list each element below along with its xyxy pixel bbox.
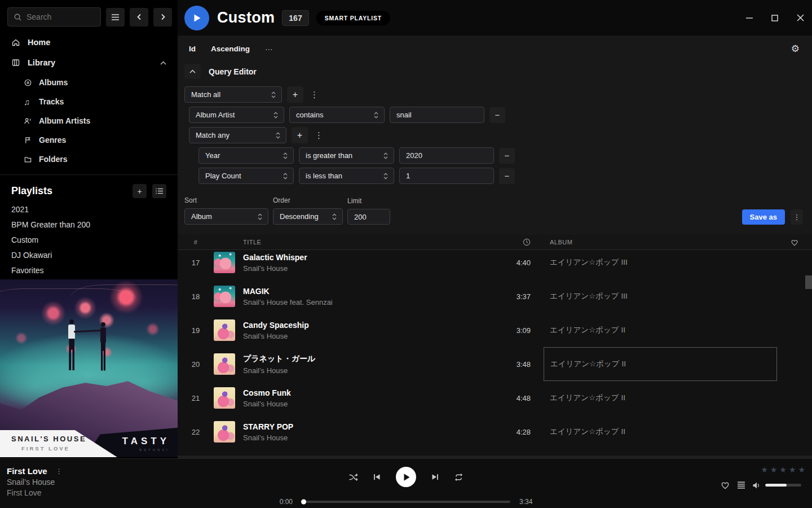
rule-field-select[interactable]: Play Count [198, 168, 294, 184]
column-header-duration[interactable] [491, 238, 531, 246]
volume-icon[interactable] [752, 481, 761, 489]
rating-stars[interactable]: ★ ★ ★ ★ ★ [721, 466, 805, 474]
track-title[interactable]: Cosmo Funk [243, 388, 491, 397]
track-album[interactable]: エイリアン☆ポップ II [544, 313, 777, 347]
rule-field-select[interactable]: Album Artist [189, 107, 284, 123]
track-title[interactable]: Galactic Whisper [243, 253, 491, 262]
match-type-select[interactable]: Match all [184, 86, 282, 103]
rule-value-input[interactable] [390, 107, 484, 123]
remove-rule-button[interactable]: − [489, 107, 505, 123]
now-playing-options-button[interactable]: ⋮ [56, 467, 63, 475]
save-options-button[interactable]: ⋮ [791, 209, 803, 225]
star-icon[interactable]: ★ [761, 466, 768, 474]
rule-operator-select[interactable]: is less than [299, 168, 394, 184]
table-row[interactable]: 21 Cosmo Funk Snail’s House 4:48 エイリアン☆ポ… [178, 381, 812, 415]
favorite-button[interactable] [721, 481, 730, 489]
star-icon[interactable]: ★ [789, 466, 796, 474]
back-button[interactable] [130, 8, 148, 27]
add-rule-button[interactable]: + [287, 86, 303, 103]
save-as-button[interactable]: Save as [742, 209, 785, 225]
track-artist[interactable]: Snail’s House [243, 433, 491, 442]
track-title[interactable]: Candy Spaceship [243, 321, 491, 330]
track-album[interactable]: エイリアン☆ポップ III [544, 279, 777, 313]
queue-icon[interactable] [737, 481, 745, 489]
track-artist[interactable]: Snail’s House [243, 332, 491, 340]
sort-field-button[interactable]: Id [189, 45, 196, 53]
rule-field-select[interactable]: Year [198, 147, 294, 164]
table-row[interactable]: 18 MAGIK Snail’s House feat. Sennzai 3:3… [178, 279, 812, 313]
match-type-select[interactable]: Match any [189, 127, 286, 143]
now-playing-title[interactable]: First Love [7, 466, 47, 476]
track-album[interactable]: エイリアン☆ポップ II [544, 381, 777, 415]
table-row[interactable]: 17 Galactic Whisper Snail’s House 4:40 エ… [178, 250, 812, 279]
star-icon[interactable]: ★ [779, 466, 787, 474]
table-row[interactable]: 22 STARRY POP Snail’s House 4:28 エイリアン☆ポ… [178, 415, 812, 449]
track-album[interactable]: エイリアン☆ポップ III [544, 250, 777, 279]
sidebar-item-genres[interactable]: Genres [0, 130, 178, 150]
remove-rule-button[interactable]: − [499, 168, 515, 184]
table-row[interactable]: 20 プラネット・ガール Snail’s House 3:48 エイリアン☆ポッ… [178, 347, 812, 381]
minimize-button[interactable] [745, 14, 753, 22]
volume-slider[interactable] [765, 484, 801, 487]
group-options-button[interactable]: ⋮ [308, 90, 320, 100]
now-playing-cover-art[interactable]: TASTY BSTNNXI SNAIL'S HOUSE FIRST LOVE [0, 279, 178, 457]
rule-value-input[interactable] [399, 147, 494, 164]
now-playing-album[interactable]: First Love [7, 488, 63, 497]
column-header-title[interactable]: TITLE [243, 239, 491, 246]
sort-select[interactable]: Album [184, 208, 268, 225]
sidebar-item-album-artists[interactable]: Album Artists [0, 111, 178, 130]
track-title[interactable]: プラネット・ガール [243, 354, 491, 364]
playlist-item-2021[interactable]: 2021 [0, 202, 178, 217]
order-select[interactable]: Descending [273, 208, 343, 225]
track-album-selected-cell[interactable]: エイリアン☆ポップ II [544, 347, 777, 381]
remove-rule-button[interactable]: − [499, 148, 515, 164]
rule-operator-select[interactable]: contains [289, 107, 385, 123]
more-options-button[interactable]: ⋯ [265, 45, 273, 54]
track-album[interactable]: エイリアン☆ポップ II [544, 415, 777, 449]
track-artist[interactable]: Snail’s House [243, 366, 491, 375]
vertical-scrollbar-thumb[interactable] [805, 275, 812, 289]
seek-slider-thumb[interactable] [301, 500, 306, 505]
group-options-button[interactable]: ⋮ [313, 130, 325, 141]
column-header-favorite[interactable] [777, 239, 812, 246]
now-playing-artist[interactable]: Snail’s House [7, 478, 63, 487]
sidebar-item-folders[interactable]: Folders [0, 150, 178, 169]
repeat-button[interactable] [454, 473, 464, 481]
track-artist[interactable]: Snail’s House [243, 400, 491, 408]
previous-button[interactable] [373, 473, 381, 481]
seek-slider[interactable] [302, 501, 510, 503]
star-icon[interactable]: ★ [770, 466, 778, 474]
track-title[interactable]: MAGIK [243, 287, 491, 296]
shuffle-button[interactable] [348, 473, 358, 481]
playlist-item-bpm[interactable]: BPM Greater than 200 [0, 217, 178, 232]
collapse-query-editor-button[interactable] [184, 64, 201, 79]
menu-button[interactable] [106, 8, 125, 27]
playlist-item-favorites[interactable]: Favorites [0, 262, 178, 278]
track-title[interactable]: STARRY POP [243, 422, 491, 431]
playlist-item-dj-okawari[interactable]: DJ Okawari [0, 247, 178, 262]
play-playlist-button[interactable] [184, 6, 209, 30]
close-button[interactable] [796, 14, 804, 22]
forward-button[interactable] [153, 8, 172, 27]
track-artist[interactable]: Snail’s House feat. Sennzai [243, 298, 491, 306]
rule-operator-select[interactable]: is greater than [299, 147, 394, 164]
playlist-list-options-button[interactable] [152, 184, 166, 198]
sidebar-item-tracks[interactable]: ♫ Tracks [0, 92, 178, 111]
chevron-up-icon[interactable] [160, 61, 166, 65]
add-playlist-button[interactable]: + [133, 184, 147, 198]
column-header-number[interactable]: # [184, 239, 207, 246]
gear-icon[interactable]: ⚙ [791, 44, 800, 54]
play-button[interactable] [396, 467, 416, 487]
star-icon[interactable]: ★ [798, 466, 805, 474]
playlist-item-custom[interactable]: Custom [0, 232, 178, 247]
next-button[interactable] [431, 473, 439, 481]
search-input[interactable] [27, 12, 95, 21]
search-box[interactable] [7, 7, 101, 27]
sidebar-item-library[interactable]: Library [0, 52, 178, 73]
rule-value-input[interactable] [399, 168, 494, 184]
column-header-album[interactable]: ALBUM [544, 239, 777, 246]
sort-direction-button[interactable]: Ascending [211, 45, 250, 53]
limit-input[interactable] [347, 209, 390, 225]
sidebar-item-albums[interactable]: Albums [0, 73, 178, 92]
sidebar-item-home[interactable]: Home [0, 32, 178, 52]
